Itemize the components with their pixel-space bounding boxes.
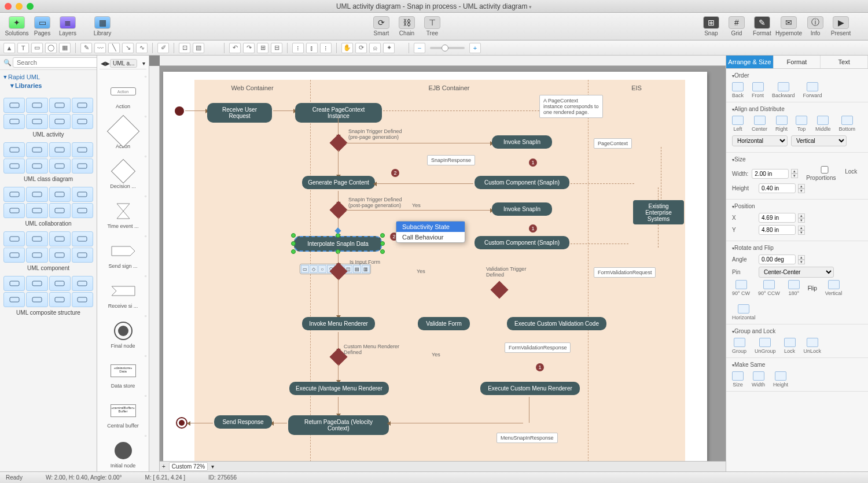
shape-thumb[interactable] [72,231,93,246]
stencil-menu-icon[interactable]: ▾ [142,60,145,67]
y-input[interactable] [759,225,796,235]
shape-thumb[interactable] [49,187,71,202]
node-createctx[interactable]: Create PageContext Instance [295,103,382,123]
text-tool[interactable]: T [17,43,29,53]
flip-horizontal-button[interactable]: Horizontal [732,304,756,320]
align-left-button[interactable]: ⫶ [292,43,304,53]
stencil-diamond[interactable]: ▫Decision ... [100,154,146,189]
shape-thumb[interactable] [3,187,25,202]
shape-thumb[interactable] [26,276,47,291]
middle-button[interactable]: Middle [815,116,831,132]
shape-thumb[interactable] [3,203,25,218]
node-custom2[interactable]: Custom Component (SnapIn) [475,236,569,249]
align-center-button[interactable]: ⫿ [306,43,318,53]
shape-thumb[interactable] [49,248,71,263]
tab-format[interactable]: Format [774,56,821,68]
redo-button[interactable]: ↷ [243,43,255,53]
stencil-prev[interactable]: ◀ [101,60,105,67]
connector-tool[interactable]: ↘ [122,43,134,53]
90-cw-button[interactable]: 90° CW [732,280,750,296]
note-pagecontext[interactable]: A PageContext instance corresponds to on… [539,95,603,118]
shape-thumb[interactable] [72,114,93,129]
node-execmenu[interactable]: Execute Custom Menu Renderer [480,382,580,395]
node-returnpd[interactable]: Return PageData (Velocity Context) [288,415,389,435]
shape-thumb[interactable] [72,142,93,157]
shape-thumb[interactable] [3,248,25,263]
left-button[interactable]: Left [732,116,744,132]
shape-thumb[interactable] [26,248,47,263]
shape-thumb[interactable] [49,142,71,157]
grid-button[interactable]: #Grid [724,16,749,36]
shape-thumb[interactable] [26,187,47,202]
search-input[interactable] [13,57,97,68]
shape-thumb[interactable] [49,203,71,218]
node-invokemenu[interactable]: Invoke Menu Renderer [302,317,375,330]
pages-button[interactable]: ▭Pages [30,16,54,36]
zoom-select[interactable]: Custom 72% [169,462,208,471]
shape-thumb[interactable] [26,231,47,246]
ctx-callbehaviour[interactable]: Call Behaviour [396,232,465,242]
stencil-receive[interactable]: ▫Receive si ... [100,274,146,309]
node-invoke2[interactable]: Invoke SnapIn [492,202,552,216]
shape-thumb[interactable] [72,98,93,113]
fill-tool[interactable]: ▧ [193,43,204,53]
angle-input[interactable] [759,255,796,264]
snap-button[interactable]: ⊞Snap [699,16,723,36]
final-node[interactable] [176,417,187,429]
align-right-button[interactable]: ⫶ [320,43,332,53]
crop-tool[interactable]: ⊡ [179,43,190,53]
width-stepper[interactable]: ▴▾ [791,169,798,178]
layers-button[interactable]: ≣Layers [56,16,80,36]
height-button[interactable]: Height [773,371,788,388]
width-input[interactable] [752,169,789,179]
stencil-initial[interactable]: ▫Initial node [100,433,146,469]
hypernote-button[interactable]: ✉Hypernote [775,16,802,36]
tree-button[interactable]: ⊤Tree [420,16,444,36]
center-button[interactable]: Center [752,116,767,132]
initial-node[interactable] [175,106,184,116]
node-receive[interactable]: Receive User Request [207,103,272,123]
shape-thumb[interactable] [26,142,47,157]
zoom-in-button[interactable]: + [469,43,481,53]
shape-thumb[interactable] [3,292,25,307]
node-genpage[interactable]: Generate Page Content [302,176,375,189]
node-validate[interactable]: Validate Form [418,317,470,330]
height-stepper[interactable]: ▴▾ [798,184,805,193]
y-stepper[interactable]: ▴▾ [798,226,805,235]
stencil-action-rect[interactable]: ▫ActionAction [100,74,146,109]
back-button[interactable]: Back [732,82,744,98]
shape-thumb[interactable] [26,158,47,174]
node-jvantage[interactable]: Execute jVantage Menu Renderer [289,382,389,395]
forward-button[interactable]: Forward [803,82,822,98]
shape-thumb[interactable] [3,114,25,129]
libtree-libraries[interactable]: Libraries [10,82,93,90]
shape-thumb[interactable] [49,231,71,246]
flip-vertical-button[interactable]: Vertical [825,280,843,296]
table-tool[interactable]: ▦ [59,43,71,53]
shape-thumb[interactable] [49,292,71,307]
ellipse-tool[interactable]: ◯ [45,43,57,53]
pill-pagectx[interactable]: PageContext [594,138,632,149]
180--button[interactable]: 180° [788,280,800,296]
pin-select[interactable]: Center-Center [759,267,834,278]
distribute-v[interactable]: Vertical [791,135,847,146]
ungroup-button[interactable]: ⊟ [271,43,282,53]
right-button[interactable]: Right [775,116,788,132]
shape-thumb[interactable] [72,187,93,202]
unlock-button[interactable]: UnLock [804,338,822,354]
info-button[interactable]: ⓘInfo [803,16,827,36]
shape-thumb[interactable] [3,98,25,113]
bottom-button[interactable]: Bottom [839,116,856,132]
shape-thumb[interactable] [72,276,93,291]
tab-text[interactable]: Text [821,56,868,68]
shape-thumb[interactable] [72,203,93,218]
stencil-datastore[interactable]: ▫«datastore»DataData store [100,353,146,389]
lock-proportions[interactable] [806,166,843,174]
zoom-out-button[interactable]: − [414,43,425,53]
canvas[interactable]: Web Container EJB Container EIS Receive … [160,66,726,461]
zoom-dropdown-icon[interactable]: ▾ [211,463,214,470]
pill-formvalresp[interactable]: FormValidationResponse [505,342,571,353]
hand-tool[interactable]: ✋ [341,43,353,53]
stencil-buffer[interactable]: ▫«centralBuffer»BufferCentral buffer [100,393,146,429]
shape-thumb[interactable] [26,114,47,129]
